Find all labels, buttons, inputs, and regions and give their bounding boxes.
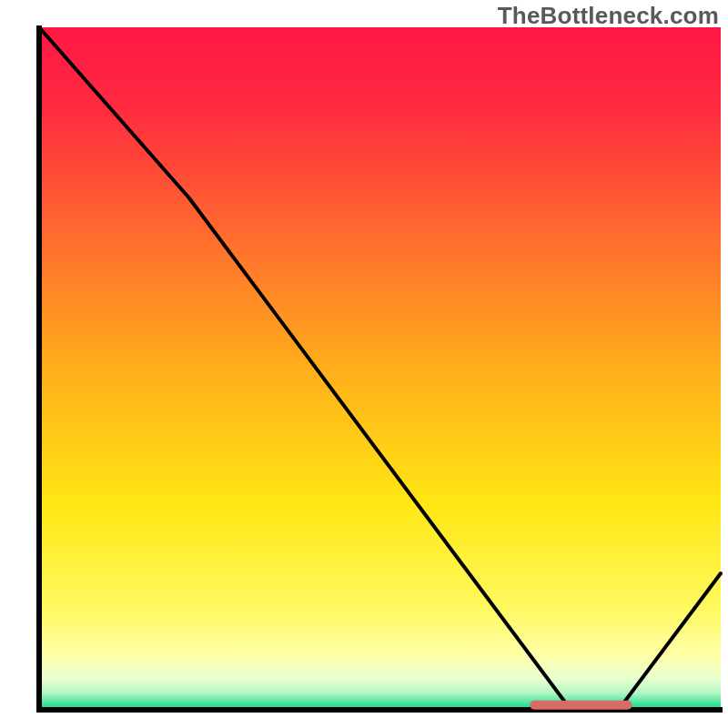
optimum-marker xyxy=(530,701,632,710)
plot-background xyxy=(39,27,721,710)
chart-container: { "watermark": "TheBottleneck.com", "cha… xyxy=(0,0,728,728)
bottleneck-chart xyxy=(0,0,728,728)
watermark-text: TheBottleneck.com xyxy=(498,2,719,30)
